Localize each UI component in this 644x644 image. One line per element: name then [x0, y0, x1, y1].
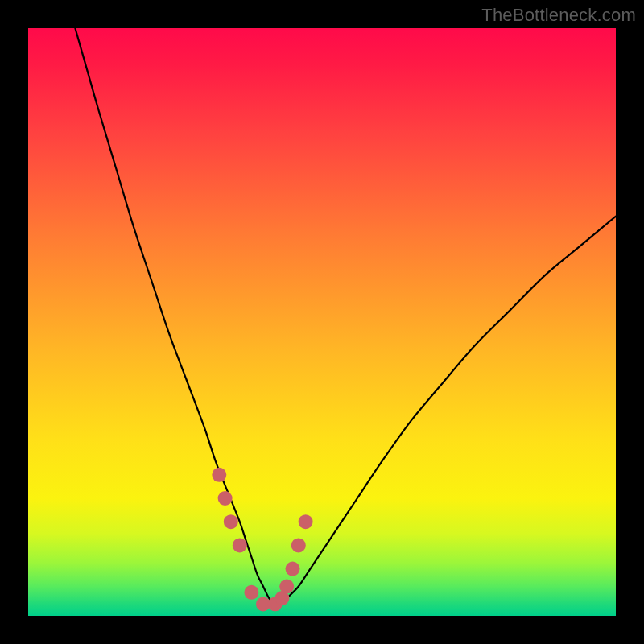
- marker-point: [279, 580, 294, 594]
- bottleneck-curve: [75, 28, 616, 605]
- plot-area: [28, 28, 616, 616]
- watermark-text: TheBottleneck.com: [481, 5, 636, 26]
- marker-point: [244, 585, 258, 600]
- marker-point: [299, 514, 313, 529]
- marker-point: [233, 538, 247, 552]
- marker-point: [218, 491, 233, 506]
- marker-point: [224, 514, 238, 529]
- marker-point: [291, 538, 306, 552]
- chart-svg: [28, 28, 616, 616]
- marker-point: [212, 468, 226, 482]
- chart-frame: TheBottleneck.com: [0, 0, 644, 644]
- marker-point: [286, 562, 300, 576]
